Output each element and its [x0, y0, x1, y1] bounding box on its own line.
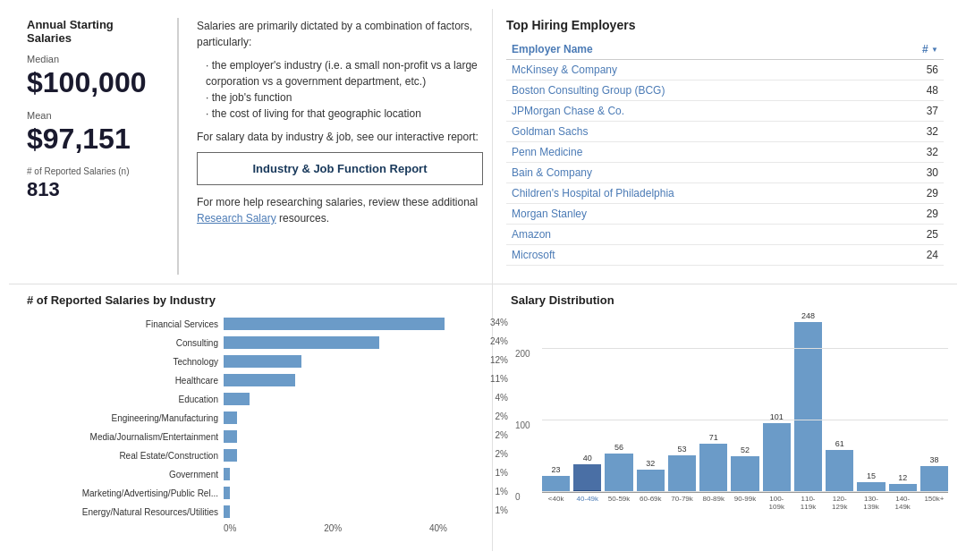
industry-pct-label: 11% — [490, 374, 508, 384]
dist-x-label: 50-59k — [605, 495, 632, 511]
industry-bar — [224, 430, 237, 443]
dist-bar-value-label: 12 — [898, 473, 907, 482]
dist-chart: 100 200 0 23 40 56 32 53 71 5 — [542, 314, 948, 493]
dist-bar — [605, 454, 632, 492]
industry-row: Media/Journalism/Entertainment 2% — [27, 428, 483, 445]
dist-bar — [920, 466, 948, 492]
industry-bar — [224, 487, 230, 499]
industry-row: Technology 12% — [27, 353, 483, 369]
employer-name-cell: Children's Hospital of Philadelphia — [506, 183, 886, 204]
table-row: Amazon 25 — [506, 225, 944, 245]
dist-x-label: 80-89k — [699, 495, 727, 511]
table-row: Penn Medicine 32 — [506, 142, 944, 163]
employer-name-cell: McKinsey & Company — [506, 60, 886, 81]
industry-bar — [224, 412, 237, 424]
industry-bar-container: 1% — [224, 487, 483, 499]
dist-bar-value-label: 61 — [835, 439, 844, 448]
dist-bar — [699, 444, 727, 492]
dist-bar — [889, 484, 917, 492]
employer-count-cell: 30 — [886, 163, 944, 183]
x-axis-labels: 0% 20% 40% — [224, 523, 483, 533]
dist-x-label: 100-109k — [763, 495, 791, 511]
dist-bar — [668, 455, 696, 492]
employer-name-cell: JPMorgan Chase & Co. — [506, 101, 886, 122]
table-row: Boston Consulting Group (BCG) 48 — [506, 81, 944, 101]
dist-bar-group: 15 — [857, 471, 885, 492]
dist-x-label: 140-149k — [889, 495, 917, 511]
dist-wrapper: 100 200 0 23 40 56 32 53 71 5 — [511, 314, 948, 511]
reported-label: # of Reported Salaries (n) — [27, 166, 159, 176]
industry-bar-container: 34% — [224, 318, 483, 330]
dist-bar-group: 23 — [542, 465, 570, 492]
industry-row: Marketing/Advertising/Public Rel... 1% — [27, 485, 483, 501]
dist-x-label: 150k+ — [920, 495, 948, 511]
x-label-40: 40% — [429, 523, 447, 533]
dist-bar — [763, 423, 791, 492]
dist-x-label: 110-119k — [794, 495, 822, 511]
employer-count-cell: 32 — [886, 122, 944, 142]
dist-x-axis: <40k40-49k50-59k60-69k70-79k80-89k90-99k… — [542, 495, 948, 511]
report-button[interactable]: Industry & Job Function Report — [197, 152, 483, 185]
dist-bar-group: 38 — [920, 455, 948, 492]
description-bullets: the employer's industry (i.e. a small no… — [206, 57, 483, 122]
industry-bar — [224, 393, 250, 405]
industry-bar — [224, 336, 379, 349]
industry-bar-container: 4% — [224, 393, 483, 405]
industry-pct-label: 1% — [496, 505, 508, 515]
industry-label: Consulting — [27, 338, 224, 348]
top-left-section: Annual Starting Salaries Median $100,000… — [9, 9, 492, 284]
dist-bar-value-label: 71 — [709, 433, 718, 442]
employer-count-cell: 29 — [886, 183, 944, 204]
industry-label: Media/Journalism/Entertainment — [27, 432, 224, 442]
bullet-3: the cost of living for that geographic l… — [206, 106, 483, 122]
y-label-0: 0 — [515, 492, 521, 502]
employer-count-cell: 32 — [886, 142, 944, 163]
top-right-section: Top Hiring Employers Employer Name # ▼ M… — [492, 9, 957, 284]
x-label-20: 20% — [324, 523, 342, 533]
dist-x-label: 120-129k — [826, 495, 853, 511]
industry-pct-label: 2% — [496, 430, 508, 440]
industry-chart-title: # of Reported Salaries by Industry — [27, 293, 483, 307]
dist-bar-value-label: 52 — [741, 445, 750, 454]
industry-bar-container: 2% — [224, 412, 483, 424]
industry-label: Marketing/Advertising/Public Rel... — [27, 488, 224, 498]
industry-pct-label: 1% — [496, 487, 508, 496]
dist-bar-group: 40 — [573, 454, 601, 492]
count-col-header[interactable]: # ▼ — [886, 39, 944, 60]
median-label: Median — [27, 54, 159, 64]
employer-count-cell: 24 — [886, 245, 944, 266]
dist-bar-group: 52 — [731, 445, 758, 492]
dist-bar-value-label: 23 — [552, 465, 561, 474]
dist-bar-group: 32 — [637, 459, 665, 492]
table-row: Children's Hospital of Philadelphia 29 — [506, 183, 944, 204]
dist-chart-title: Salary Distribution — [511, 293, 948, 307]
bullet-2: the job's function — [206, 89, 483, 106]
industry-bar-container: 1% — [224, 505, 483, 518]
x-label-0: 0% — [224, 523, 236, 533]
dist-x-label: 60-69k — [637, 495, 665, 511]
page-container: Annual Starting Salaries Median $100,000… — [0, 0, 966, 560]
dist-bar — [637, 470, 665, 492]
employer-name-cell: Morgan Stanley — [506, 204, 886, 225]
median-value: $100,000 — [27, 66, 159, 99]
industry-bar — [224, 468, 230, 480]
industry-bar-container: 24% — [224, 336, 483, 349]
dist-bar-value-label: 32 — [646, 459, 655, 468]
dist-bar — [857, 482, 885, 492]
mean-label: Mean — [27, 110, 159, 121]
industry-bar — [224, 374, 295, 386]
employer-col-header[interactable]: Employer Name — [506, 39, 886, 60]
table-row: Morgan Stanley 29 — [506, 204, 944, 225]
industry-bar-container: 11% — [224, 374, 483, 386]
industry-bar-container: 12% — [224, 355, 483, 368]
industry-pct-label: 24% — [490, 336, 508, 346]
dist-bar — [542, 476, 570, 492]
research-salary-link[interactable]: Research Salary — [197, 212, 276, 225]
industry-pct-label: 12% — [490, 355, 508, 365]
industry-row: Engineering/Manufacturing 2% — [27, 410, 483, 426]
industry-row: Education 4% — [27, 391, 483, 407]
y-label-200: 200 — [515, 349, 530, 359]
table-row: Microsoft 24 — [506, 245, 944, 266]
mean-value: $97,151 — [27, 123, 159, 156]
y-line-100: 100 — [542, 420, 948, 420]
